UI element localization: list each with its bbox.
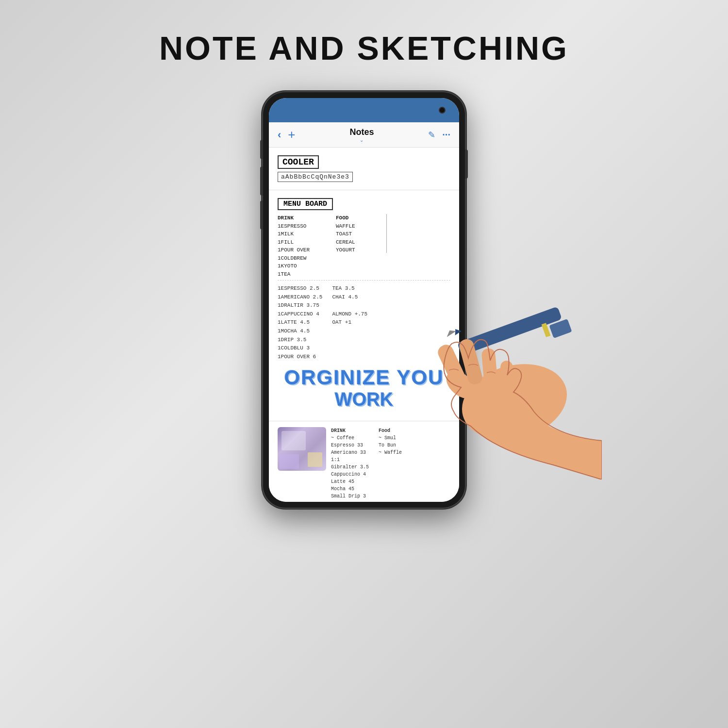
- page-title: NOTE AND SKETCHING: [159, 29, 569, 67]
- phone-device: ‹ + Notes ⌄ ✎ ··· COOLER aAbBbBcCqQnNe3e…: [262, 91, 466, 509]
- nav-title: Notes: [349, 127, 374, 137]
- mute-button: [260, 140, 263, 159]
- pricing-left-col: 1ESPRESSO 2.5 1AMERICANO 2.5 1DRALTIR 3.…: [278, 284, 322, 361]
- code-text: aAbBbBcCqQnNe3e3: [278, 172, 353, 182]
- add-note-button[interactable]: +: [288, 127, 295, 142]
- volume-down-button: [260, 200, 263, 230]
- camera-dot: [439, 107, 446, 114]
- edit-button[interactable]: ✎: [428, 130, 435, 140]
- hand-stylus-illustration: [359, 295, 602, 480]
- menu-table: DRINK 1ESPRESSO 1MILK 1FILL 1POUR OVER 1…: [278, 214, 450, 278]
- cooler-note[interactable]: COOLER aAbBbBcCqQnNe3e3: [269, 148, 459, 190]
- chevron-down-icon: ⌄: [360, 137, 364, 143]
- back-button[interactable]: ‹: [278, 129, 281, 141]
- menu-board-label: MENU BOARD: [278, 198, 333, 210]
- nav-left-controls: ‹ +: [278, 127, 296, 142]
- svg-marker-4: [445, 329, 457, 337]
- nav-right-controls: ✎ ···: [428, 129, 450, 140]
- nav-title-wrapper: Notes ⌄: [349, 127, 374, 143]
- nav-bar: ‹ + Notes ⌄ ✎ ···: [269, 122, 459, 148]
- drinks-column: DRINK 1ESPRESSO 1MILK 1FILL 1POUR OVER 1…: [278, 214, 310, 278]
- volume-up-button: [260, 166, 263, 196]
- status-bar: [269, 98, 459, 122]
- cooler-label: COOLER: [278, 155, 319, 169]
- power-button: [465, 149, 468, 179]
- svg-rect-2: [542, 323, 551, 337]
- foods-column: FOOD WAFFLE TOAST CEREAL YOGURT: [336, 214, 355, 278]
- more-options-button[interactable]: ···: [442, 129, 450, 140]
- note-thumbnail: [278, 427, 326, 471]
